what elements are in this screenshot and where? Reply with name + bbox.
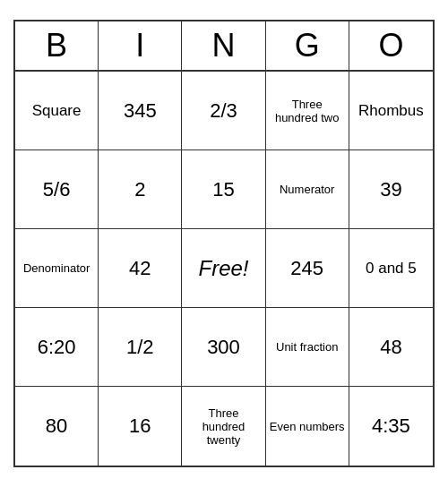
bingo-cell: 345: [99, 72, 182, 150]
bingo-cell: 80: [15, 387, 99, 466]
header-letter: O: [349, 21, 433, 70]
header-letter: G: [266, 21, 349, 70]
bingo-cell: Square: [15, 72, 99, 150]
bingo-cell: Free!: [182, 229, 265, 308]
bingo-cell: 5/6: [15, 150, 99, 229]
bingo-cell: 15: [182, 150, 265, 229]
bingo-cell: 4:35: [349, 387, 433, 466]
bingo-cell: 39: [349, 150, 433, 229]
bingo-card: BINGO Square3452/3Three hundred twoRhomb…: [13, 20, 435, 467]
bingo-cell: Three hundred two: [266, 72, 349, 150]
bingo-cell: Even numbers: [266, 387, 349, 466]
bingo-cell: Rhombus: [349, 72, 433, 150]
bingo-cell: Denominator: [15, 229, 99, 308]
header-letter: B: [15, 21, 99, 70]
bingo-cell: Numerator: [266, 150, 349, 229]
bingo-cell: 300: [182, 308, 265, 387]
header-letter: I: [99, 21, 182, 70]
bingo-cell: 2: [99, 150, 182, 229]
bingo-cell: 2/3: [182, 72, 265, 150]
bingo-cell: Three hundred twenty: [182, 387, 265, 466]
bingo-header: BINGO: [15, 21, 433, 72]
bingo-cell: 16: [99, 387, 182, 466]
bingo-cell: 1/2: [99, 308, 182, 387]
bingo-cell: 0 and 5: [349, 229, 433, 308]
bingo-cell: Unit fraction: [266, 308, 349, 387]
bingo-cell: 42: [99, 229, 182, 308]
header-letter: N: [182, 21, 265, 70]
bingo-cell: 6:20: [15, 308, 99, 387]
bingo-cell: 48: [349, 308, 433, 387]
bingo-cell: 245: [266, 229, 349, 308]
bingo-grid: Square3452/3Three hundred twoRhombus5/62…: [15, 72, 433, 466]
